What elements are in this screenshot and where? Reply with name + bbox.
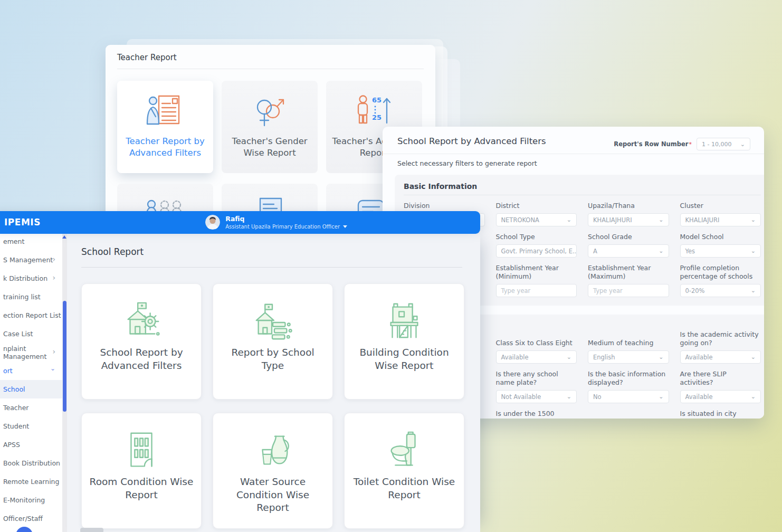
divider bbox=[404, 195, 761, 195]
field-1500-school-project: Is under the 1500 School project? bbox=[496, 410, 577, 419]
sidebar-item-training-list[interactable]: training list bbox=[0, 288, 67, 306]
school-type-select[interactable]: Govt. Primary School, E... bbox=[496, 244, 577, 258]
district-select[interactable]: NETROKONA bbox=[496, 213, 577, 226]
card-report-by-school-type[interactable]: Report by School Type bbox=[213, 283, 333, 400]
field-academic-activity: Is the academic activity going on? Avail… bbox=[680, 330, 761, 364]
user-name: Rafiq bbox=[225, 215, 347, 223]
screenshot-stage: Teacher Report Teacher Report by Advance… bbox=[0, 0, 782, 532]
sidebar-item-report[interactable]: ort bbox=[0, 362, 67, 380]
school-report-title: School Report bbox=[81, 246, 144, 257]
sidebar-item-student[interactable]: Student bbox=[0, 417, 67, 435]
basic-information-heading: Basic Information bbox=[404, 182, 761, 191]
advanced-panel-title: School Report by Advanced Filters bbox=[397, 136, 546, 146]
basic-info-displayed-select[interactable]: No bbox=[588, 390, 669, 403]
upazila-select[interactable]: KHALIAJHURI bbox=[588, 213, 669, 226]
toilet-icon bbox=[378, 428, 431, 473]
card-building-condition[interactable]: Building Condition Wise Report bbox=[344, 283, 464, 400]
footer-fragment bbox=[80, 528, 103, 532]
building-icon bbox=[378, 299, 431, 344]
field-slip-activities: Are there SLIP activities? Available bbox=[680, 370, 761, 403]
sidebar-item-inspection-report-list[interactable]: ection Report List bbox=[0, 306, 67, 325]
field-school-grade: School Grade A bbox=[588, 233, 669, 258]
card-teacher-gender-wise[interactable]: Teacher's Gender Wise Report bbox=[222, 81, 318, 173]
field-profile-completion: Profile completion percentage of schools… bbox=[680, 264, 761, 297]
field-district: District NETROKONA bbox=[496, 202, 577, 226]
sidebar-item-remote-learning[interactable]: Remote Learning bbox=[0, 472, 67, 491]
user-profile-menu[interactable]: Rafiq Assistant Upazila Primary Educatio… bbox=[205, 215, 347, 230]
academic-activity-select[interactable]: Available bbox=[680, 350, 761, 364]
field-basic-info-displayed: Is the basic information displayed? No bbox=[588, 370, 669, 403]
school-grade-select[interactable]: A bbox=[588, 244, 669, 258]
cluster-select[interactable]: KHALIAJURI bbox=[680, 213, 761, 226]
sidebar-scrollbar[interactable] bbox=[62, 234, 67, 532]
sidebar-item-book-distribution[interactable]: Book Distribution bbox=[0, 454, 67, 472]
sidebar-item-teacher[interactable]: Teacher bbox=[0, 398, 67, 417]
chevron-down-icon bbox=[343, 225, 347, 228]
row-number-label: Report's Row Number bbox=[614, 140, 688, 148]
field-class-six-eight: Class Six to Class Eight Available bbox=[496, 330, 577, 364]
sidebar-item-school[interactable]: School bbox=[0, 380, 67, 398]
user-role: Assistant Upazila Primary Education Offi… bbox=[225, 224, 340, 230]
school-list-icon bbox=[246, 299, 299, 344]
card-toilet-condition[interactable]: Toilet Condition Wise Report bbox=[344, 413, 464, 529]
card-school-advanced-filters[interactable]: School Report by Advanced Filters bbox=[81, 283, 202, 400]
field-medium-of-teaching: Medium of teaching English bbox=[588, 330, 669, 364]
field-school-type: School Type Govt. Primary School, E... bbox=[496, 233, 577, 258]
establishment-year-min-input[interactable]: Type year bbox=[496, 284, 577, 297]
card-label: Toilet Condition Wise Report bbox=[345, 476, 464, 501]
divider bbox=[383, 154, 764, 154]
profile-completion-select[interactable]: 0-20% bbox=[680, 284, 761, 297]
divider bbox=[81, 267, 462, 268]
field-establishment-year-max: Establishment Year (Maximum) Type year bbox=[588, 264, 669, 297]
sidebar-item-e-monitoring[interactable]: E-Monitoring bbox=[0, 491, 67, 509]
ipemis-logo: IPEMIS bbox=[4, 217, 41, 227]
teacher-report-cards: Teacher Report by Advanced Filters Teach… bbox=[117, 81, 424, 173]
avatar bbox=[205, 215, 220, 230]
age-range-icon: 65 25 bbox=[351, 93, 397, 130]
card-label: Water Source Condition Wise Report bbox=[213, 476, 332, 515]
card-label: Teacher's Gender Wise Report bbox=[222, 136, 318, 159]
field-city-corporation: Is situated in city corporation area? bbox=[680, 410, 761, 419]
name-plate-select[interactable]: Not Available bbox=[496, 390, 577, 403]
sidebar-item-management[interactable]: ement bbox=[0, 232, 67, 251]
class-six-eight-select[interactable]: Available bbox=[496, 350, 577, 364]
card-label: Teacher Report by Advanced Filters bbox=[117, 136, 213, 159]
required-asterisk: * bbox=[689, 141, 692, 148]
sidebar-item-book-distribution-group[interactable]: k Distribution bbox=[0, 269, 67, 288]
sidebar-item-training[interactable]: Training bbox=[0, 528, 67, 532]
card-room-condition[interactable]: Room Condition Wise Report bbox=[81, 413, 202, 529]
teacher-document-icon bbox=[142, 93, 188, 130]
card-water-source-condition[interactable]: Water Source Condition Wise Report bbox=[213, 413, 333, 529]
water-jug-icon bbox=[246, 428, 299, 473]
medium-of-teaching-select[interactable]: English bbox=[588, 350, 669, 364]
room-plan-icon bbox=[115, 428, 168, 473]
svg-text:65: 65 bbox=[372, 96, 382, 104]
school-gear-icon bbox=[115, 299, 168, 344]
sidebar-item-case-list[interactable]: Case List bbox=[0, 325, 67, 343]
card-teacher-advanced-filters[interactable]: Teacher Report by Advanced Filters bbox=[117, 81, 213, 173]
divider bbox=[117, 69, 424, 69]
field-cluster: Cluster KHALIAJURI bbox=[680, 202, 761, 226]
filters-subtitle: Select necessary filters to generate rep… bbox=[397, 159, 537, 167]
teacher-report-title: Teacher Report bbox=[106, 45, 435, 69]
svg-text:25: 25 bbox=[372, 113, 382, 121]
slip-activities-select[interactable]: Available bbox=[680, 390, 761, 403]
field-model-school: Model School Yes bbox=[680, 233, 761, 258]
card-label: Room Condition Wise Report bbox=[82, 476, 201, 501]
scrollbar-thumb[interactable] bbox=[63, 301, 66, 412]
sidebar-item-officer-staff[interactable]: Officer/Staff bbox=[0, 509, 67, 528]
field-upazila: Upazila/Thana KHALIAJHURI bbox=[588, 202, 669, 226]
sidebar: ement S Management k Distribution traini… bbox=[0, 211, 67, 532]
field-establishment-year-min: Establishment Year (Minimum) Type year bbox=[496, 264, 577, 297]
field-school-gate: School Gate bbox=[588, 410, 669, 419]
school-report-page: School Report bbox=[67, 234, 480, 532]
establishment-year-max-input[interactable]: Type year bbox=[588, 284, 669, 297]
sidebar-item-s-management[interactable]: S Management bbox=[0, 251, 67, 269]
scroll-up-icon[interactable] bbox=[62, 235, 66, 239]
sidebar-item-complaint-management[interactable]: nplaint Management bbox=[0, 343, 67, 362]
school-report-cards: School Report by Advanced Filters bbox=[81, 283, 464, 529]
row-number-select[interactable]: 1 - 10,000 bbox=[697, 138, 750, 150]
model-school-select[interactable]: Yes bbox=[680, 244, 761, 258]
sidebar-item-apss[interactable]: APSS bbox=[0, 435, 67, 454]
card-label: Building Condition Wise Report bbox=[345, 346, 464, 372]
